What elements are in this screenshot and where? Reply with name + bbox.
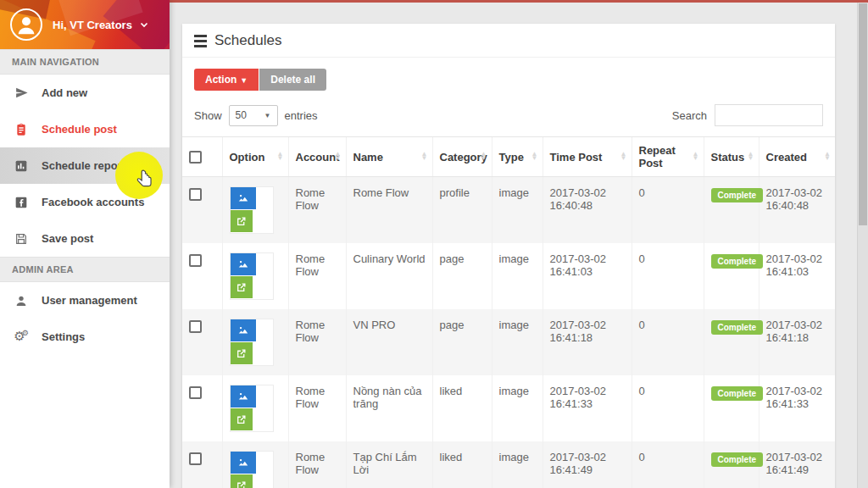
nav-section-label: MAIN NAVIGATION bbox=[12, 57, 99, 67]
sidebar-item-label: Save post bbox=[42, 232, 93, 245]
column-header-repeat-post[interactable]: Repeat Post▲▼ bbox=[632, 137, 704, 177]
main-content: Schedules Action▼Delete all Show 50 ▼ en… bbox=[170, 3, 868, 488]
cell-type: image bbox=[492, 441, 542, 488]
sidebar-item-label: Add new bbox=[42, 86, 87, 99]
cell-name: Culinary World bbox=[346, 243, 432, 309]
sort-icon: ▲▼ bbox=[693, 152, 699, 161]
row-checkbox[interactable] bbox=[189, 386, 202, 399]
cell-created: 2017-03-02 16:40:48 bbox=[759, 177, 835, 244]
facebook-icon bbox=[12, 196, 31, 209]
user-avatar-icon bbox=[14, 12, 39, 37]
scrollbar[interactable] bbox=[857, 3, 868, 488]
cell-account: Rome Flow bbox=[288, 177, 346, 244]
column-header-name[interactable]: Name▲▼ bbox=[346, 137, 432, 177]
cell-category: liked bbox=[432, 441, 492, 488]
table-row: Rome Flow Rome Flow profile image 2017-0… bbox=[182, 177, 835, 244]
sidebar-item-label: Facebook accounts bbox=[42, 196, 144, 208]
sort-icon: ▲▼ bbox=[748, 152, 754, 161]
cell-category: profile bbox=[432, 177, 492, 244]
open-post-button[interactable] bbox=[231, 408, 253, 430]
view-image-button[interactable] bbox=[231, 319, 256, 341]
entries-label: entries bbox=[285, 109, 318, 122]
post-thumbnail bbox=[230, 385, 274, 432]
page-size-select[interactable]: 50 ▼ bbox=[229, 105, 278, 126]
view-image-button[interactable] bbox=[231, 452, 256, 474]
row-checkbox[interactable] bbox=[189, 452, 202, 465]
sidebar-item-label: Schedule post bbox=[42, 123, 117, 136]
column-header-time-post[interactable]: Time Post▲▼ bbox=[542, 137, 632, 177]
delete-all-button[interactable]: Delete all bbox=[259, 69, 326, 91]
view-image-button[interactable] bbox=[231, 385, 256, 408]
chevron-down-icon[interactable] bbox=[139, 19, 149, 30]
page-size-value: 50 bbox=[236, 109, 247, 121]
cell-created: 2017-03-02 16:41:18 bbox=[759, 309, 835, 375]
post-thumbnail bbox=[230, 319, 274, 366]
status-badge: Complete bbox=[711, 386, 764, 401]
table-header-row: Option▲▼ Account▲▼ Name▲▼ Category▲▼ Typ… bbox=[182, 137, 835, 177]
sidebar-item-settings[interactable]: ⚙⚙ Settings bbox=[0, 319, 170, 355]
sidebar-item-user-management[interactable]: User management bbox=[0, 282, 170, 319]
cell-repeat-post: 0 bbox=[632, 177, 704, 244]
column-header-select bbox=[182, 137, 222, 177]
cell-account: Rome Flow bbox=[288, 309, 346, 375]
table-row: Rome Flow VN PRO page image 2017-03-02 1… bbox=[182, 309, 835, 375]
sidebar-item-schedule-post[interactable]: Schedule post bbox=[0, 111, 170, 147]
cell-time-post: 2017-03-02 16:40:48 bbox=[542, 177, 632, 244]
bar-chart-icon bbox=[12, 159, 31, 173]
page-size-control: Show 50 ▼ entries bbox=[194, 105, 318, 126]
sidebar-item-save-post[interactable]: Save post bbox=[0, 220, 170, 257]
save-icon bbox=[12, 232, 31, 246]
sort-icon: ▲▼ bbox=[277, 152, 284, 161]
search-input[interactable] bbox=[715, 104, 823, 126]
sidebar-item-label: Schedule report bbox=[42, 159, 125, 172]
cell-created: 2017-03-02 16:41:49 bbox=[759, 441, 835, 488]
sort-icon: ▲▼ bbox=[421, 152, 428, 161]
table-row: Rome Flow Culinary World page image 2017… bbox=[182, 243, 835, 309]
sort-icon: ▲▼ bbox=[620, 152, 627, 161]
column-header-category[interactable]: Category▲▼ bbox=[432, 137, 492, 177]
open-post-button[interactable] bbox=[231, 342, 253, 364]
column-header-account[interactable]: Account▲▼ bbox=[288, 137, 346, 177]
nav-section-label: ADMIN AREA bbox=[12, 264, 74, 274]
cell-created: 2017-03-02 16:41:33 bbox=[759, 375, 835, 441]
select-all-checkbox[interactable] bbox=[189, 151, 202, 164]
table-row: Rome Flow Nồng nàn của trăng liked image… bbox=[182, 375, 835, 441]
column-header-status[interactable]: Status▲▼ bbox=[704, 137, 759, 177]
sidebar: Hi, VT Creators MAIN NAVIGATION Add new … bbox=[0, 0, 170, 488]
user-greeting: Hi, VT Creators bbox=[53, 19, 132, 31]
column-header-option[interactable]: Option▲▼ bbox=[222, 137, 288, 177]
view-image-button[interactable] bbox=[231, 253, 256, 275]
cell-category: liked bbox=[432, 375, 492, 441]
scrollbar-thumb[interactable] bbox=[859, 3, 867, 225]
show-label: Show bbox=[194, 109, 222, 122]
caret-down-icon: ▼ bbox=[264, 112, 271, 119]
gear-icon: ⚙⚙ bbox=[12, 330, 31, 343]
avatar bbox=[10, 8, 42, 41]
row-checkbox[interactable] bbox=[189, 254, 202, 267]
search-label: Search bbox=[672, 109, 707, 122]
open-post-button[interactable] bbox=[231, 474, 253, 488]
open-post-button[interactable] bbox=[231, 210, 253, 232]
sidebar-user-header[interactable]: Hi, VT Creators bbox=[0, 0, 170, 49]
nav-section-main-navigation: MAIN NAVIGATION bbox=[0, 49, 170, 75]
action-button[interactable]: Action▼ bbox=[194, 69, 259, 91]
cell-account: Rome Flow bbox=[288, 243, 346, 309]
post-thumbnail bbox=[230, 451, 274, 488]
post-thumbnail bbox=[230, 252, 274, 300]
cell-time-post: 2017-03-02 16:41:03 bbox=[542, 243, 632, 309]
cell-type: image bbox=[492, 309, 542, 375]
cell-account: Rome Flow bbox=[288, 441, 346, 488]
cell-repeat-post: 0 bbox=[632, 309, 704, 375]
row-checkbox[interactable] bbox=[189, 320, 202, 333]
view-image-button[interactable] bbox=[231, 187, 256, 209]
column-header-created[interactable]: Created▲▼ bbox=[759, 137, 835, 177]
cell-time-post: 2017-03-02 16:41:33 bbox=[542, 375, 632, 441]
column-header-type[interactable]: Type▲▼ bbox=[492, 137, 542, 177]
sidebar-item-add-new[interactable]: Add new bbox=[0, 75, 170, 111]
row-checkbox[interactable] bbox=[189, 188, 202, 201]
send-icon bbox=[12, 86, 31, 100]
toolbar: Action▼Delete all bbox=[182, 58, 835, 101]
cell-name: Tạp Chí Lắm Lời bbox=[346, 441, 432, 488]
menu-icon[interactable] bbox=[194, 35, 207, 47]
open-post-button[interactable] bbox=[231, 276, 253, 298]
